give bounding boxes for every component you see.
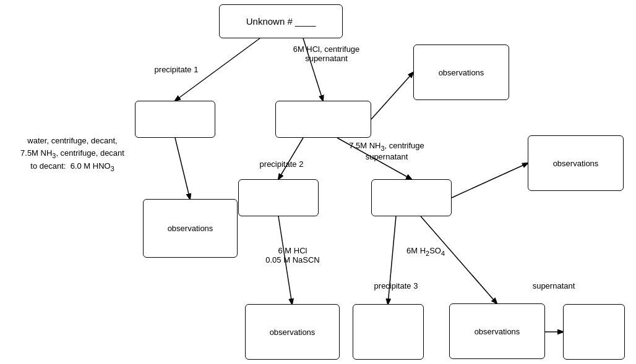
obs-right-mid-box: observations xyxy=(528,135,624,191)
supernatant1-box xyxy=(275,101,371,138)
label-75nh3: 7.5M NH3, centrifugesupernatant xyxy=(328,141,445,161)
label-water: water, centrifuge, decant,7.5M NH3, cent… xyxy=(7,135,137,174)
svg-line-2 xyxy=(371,72,413,119)
precip3-box xyxy=(353,304,424,360)
obs-center-low-box: observations xyxy=(245,304,340,360)
obs-left-low-box: observations xyxy=(143,199,238,258)
supernatant3-box xyxy=(563,304,625,360)
precip1-box xyxy=(135,101,215,138)
label-6mhcl: 6M HCl, centrifugesupernatant xyxy=(275,44,377,63)
supernatant2-box xyxy=(371,179,452,216)
precip2-box xyxy=(238,179,319,216)
unknown-box: Unknown # ____ xyxy=(219,4,343,38)
label-precip2: precipitate 2 xyxy=(244,159,319,169)
svg-line-4 xyxy=(278,138,303,179)
label-supernatant3: supernatant xyxy=(520,281,588,290)
svg-line-8 xyxy=(388,216,396,304)
label-6mh2so4: 6M H2SO4 xyxy=(389,246,463,257)
diagram: Unknown # ____ observations observations… xyxy=(0,0,636,364)
label-precip3: precipitate 3 xyxy=(362,281,430,290)
svg-line-9 xyxy=(421,216,497,303)
obs-precip3-box: observations xyxy=(449,303,545,359)
obs-top-right-box: observations xyxy=(413,44,509,100)
label-6mhcl2: 6 M HCl0.05 M NaSCN xyxy=(259,246,327,265)
svg-line-3 xyxy=(175,138,190,199)
svg-line-6 xyxy=(452,163,528,198)
label-precip1: precipitate 1 xyxy=(142,65,210,74)
